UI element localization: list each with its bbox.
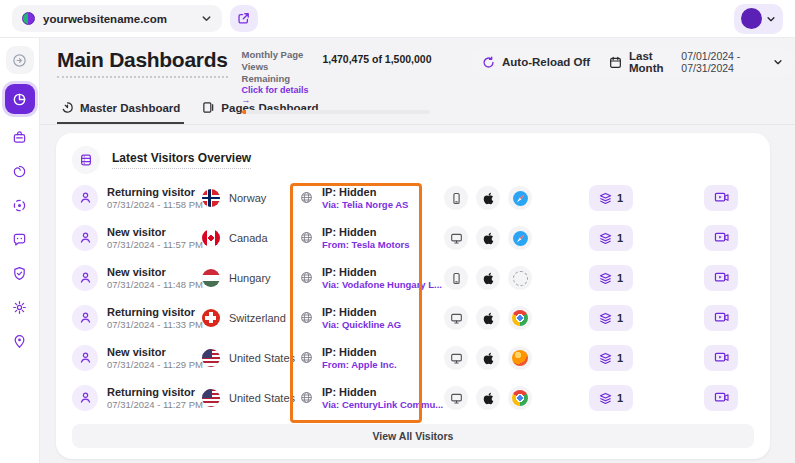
country-name: United States: [229, 392, 295, 404]
date-range-button[interactable]: Last Month 07/01/2024 - 07/31/2024: [597, 48, 795, 76]
page-header: Main Dashboards Monthly Page Views Remai…: [40, 38, 795, 88]
session-count-badge[interactable]: 1: [589, 185, 633, 211]
recording-icon: [714, 192, 729, 205]
page-views-remaining: Monthly Page Views Remaining Click for d…: [242, 48, 432, 88]
globe-icon: [300, 311, 313, 324]
avatar: [741, 8, 762, 29]
top-bar: yourwebsitename.com: [0, 0, 795, 38]
isp-link[interactable]: Via: Vodafone Hungary L...: [322, 279, 442, 291]
sidebar-item-dashboard[interactable]: [5, 84, 35, 114]
hungary-flag-icon: [202, 269, 220, 287]
session-count-badge[interactable]: 1: [589, 345, 633, 371]
session-recording-button[interactable]: [704, 345, 738, 371]
page-views-count: 1,470,475 of 1,500,000: [322, 49, 431, 105]
table-row[interactable]: New visitor07/31/2024 - 11:48 PM Hungary…: [56, 258, 770, 298]
external-link-icon: [237, 12, 250, 25]
firefox-browser-icon: [508, 346, 532, 370]
table-row[interactable]: Returning visitor07/31/2024 - 11:58 PM N…: [56, 178, 770, 218]
session-count: 1: [617, 312, 623, 324]
date-range-value: 07/01/2024 - 07/31/2024: [681, 50, 766, 74]
norway-flag-icon: [202, 189, 220, 207]
page-views-details-link[interactable]: Click for details →: [242, 85, 317, 105]
globe-icon: [300, 391, 313, 404]
visit-datetime: 07/31/2024 - 11:48 PM: [107, 279, 203, 291]
date-range-label: Last Month: [629, 50, 674, 74]
user-menu[interactable]: [734, 4, 783, 34]
session-recording-button[interactable]: [704, 265, 738, 291]
location-pin-icon: [12, 334, 27, 349]
session-count-badge[interactable]: 1: [589, 305, 633, 331]
layers-icon: [599, 352, 612, 365]
website-name: yourwebsitename.com: [43, 13, 193, 25]
sidebar-item-visitors[interactable]: [6, 327, 34, 355]
ip-label: IP: Hidden: [322, 345, 397, 359]
visit-datetime: 07/31/2024 - 11:27 PM: [107, 399, 203, 411]
layers-icon: [599, 392, 612, 405]
session-count-badge[interactable]: 1: [589, 225, 633, 251]
session-recording-button[interactable]: [704, 385, 738, 411]
layers-icon: [599, 312, 612, 325]
table-row[interactable]: New visitor07/31/2024 - 11:29 PM United …: [56, 338, 770, 378]
session-count-badge[interactable]: 1: [589, 265, 633, 291]
page-views-progressbar: [242, 110, 430, 114]
country-name: Norway: [229, 192, 266, 204]
safari-browser-icon: [508, 186, 532, 210]
canada-flag-icon: [202, 229, 220, 247]
company-link[interactable]: From: Tesla Motors: [322, 239, 409, 251]
website-selector[interactable]: yourwebsitename.com: [12, 5, 222, 32]
table-row[interactable]: New visitor07/31/2024 - 11:57 PM Canada …: [56, 218, 770, 258]
ip-label: IP: Hidden: [322, 265, 442, 279]
session-recording-button[interactable]: [704, 305, 738, 331]
sidebar-item-company[interactable]: [6, 123, 34, 151]
visitor-type: New visitor: [107, 225, 203, 239]
sidebar: [0, 38, 40, 463]
unknown-browser-icon: [508, 266, 532, 290]
sidebar-item-feedback[interactable]: [6, 225, 34, 253]
visitor-icon: [72, 225, 98, 251]
visitor-icon: [72, 305, 98, 331]
visit-datetime: 07/31/2024 - 11:29 PM: [107, 359, 203, 371]
desktop-device-icon: [444, 306, 468, 330]
country-name: Switzerland: [229, 312, 286, 324]
layers-icon: [599, 232, 612, 245]
latest-visitors-card: Latest Visitors Overview Returning visit…: [56, 133, 770, 459]
united-states-flag-icon: [202, 389, 220, 407]
isp-link[interactable]: Via: Quickline AG: [322, 319, 401, 331]
visit-datetime: 07/31/2024 - 11:58 PM: [107, 199, 203, 211]
session-count-badge[interactable]: 1: [589, 385, 633, 411]
sidebar-item-privacy[interactable]: [6, 259, 34, 287]
desktop-device-icon: [444, 226, 468, 250]
table-row[interactable]: Returning visitor07/31/2024 - 11:33 PM S…: [56, 298, 770, 338]
session-recording-button[interactable]: [704, 225, 738, 251]
isp-link[interactable]: Via: CenturyLink Commu...: [322, 399, 443, 411]
table-row[interactable]: Returning visitor07/31/2024 - 11:27 PM U…: [56, 378, 770, 418]
ip-label: IP: Hidden: [322, 385, 443, 399]
apple-os-icon: [476, 346, 500, 370]
globe-icon: [300, 351, 313, 364]
recording-icon: [714, 312, 729, 325]
safari-browser-icon: [508, 226, 532, 250]
isp-link[interactable]: Via: Telia Norge AS: [322, 199, 408, 211]
apple-os-icon: [476, 186, 500, 210]
ip-label: IP: Hidden: [322, 225, 409, 239]
briefcase-icon: [12, 130, 27, 145]
sidebar-item-settings[interactable]: [6, 293, 34, 321]
session-count: 1: [617, 392, 623, 404]
visitor-icon: [72, 385, 98, 411]
visitor-type: Returning visitor: [107, 385, 203, 399]
session-count: 1: [617, 192, 623, 204]
session-recording-button[interactable]: [704, 185, 738, 211]
recording-icon: [714, 232, 729, 245]
view-all-visitors-button[interactable]: View All Visitors: [72, 424, 754, 448]
sidebar-item-goals[interactable]: [6, 191, 34, 219]
mobile-device-icon: [444, 186, 468, 210]
company-link[interactable]: From: Apple Inc.: [322, 359, 397, 371]
session-count: 1: [617, 232, 623, 244]
visitors-overview-icon: [72, 146, 100, 174]
country-name: Canada: [229, 232, 268, 244]
open-website-button[interactable]: [230, 5, 258, 32]
tab-master-dashboard[interactable]: Master Dashboard: [57, 95, 184, 124]
sidebar-expand-button[interactable]: [6, 46, 34, 74]
sidebar-item-behavior[interactable]: [6, 157, 34, 185]
target-icon: [12, 198, 27, 213]
